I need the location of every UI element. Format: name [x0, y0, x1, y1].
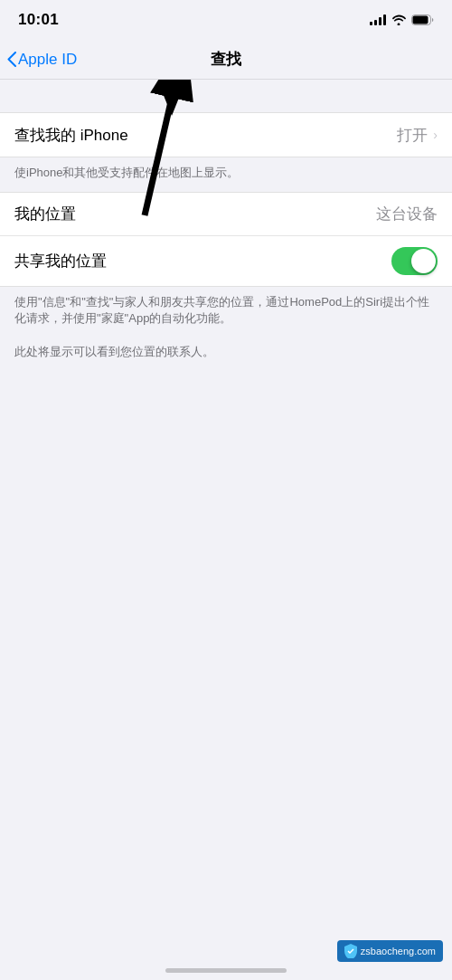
watermark-text: zsbaocheng.com: [361, 946, 436, 956]
back-label: Apple ID: [18, 51, 77, 69]
find-iphone-row[interactable]: 查找我的 iPhone 打开 ›: [0, 113, 452, 157]
watermark: zsbaocheng.com: [337, 940, 443, 962]
back-button[interactable]: Apple ID: [7, 51, 77, 69]
find-iphone-group: 查找我的 iPhone 打开 ›: [0, 112, 452, 157]
home-indicator: [165, 968, 287, 973]
find-iphone-description: 使iPhone和其他受支持配件在地图上显示。: [0, 157, 452, 192]
location-description: 使用"信息"和"查找"与家人和朋友共享您的位置，通过HomePod上的Siri提…: [0, 287, 452, 371]
battery-icon: [411, 14, 434, 25]
status-icons: [370, 14, 434, 25]
share-location-toggle[interactable]: [391, 247, 438, 275]
chevron-left-icon: [7, 52, 16, 67]
find-iphone-value: 打开 ›: [397, 125, 438, 146]
find-iphone-status: 打开: [397, 125, 428, 146]
toggle-knob: [411, 249, 436, 273]
page-title: 查找: [211, 49, 241, 70]
signal-icon: [370, 14, 386, 25]
my-location-label: 我的位置: [14, 204, 76, 224]
section-gap-1: [0, 80, 452, 112]
my-location-status: 这台设备: [376, 204, 438, 224]
my-location-value: 这台设备: [376, 204, 438, 224]
status-time: 10:01: [18, 11, 59, 29]
share-location-label: 共享我的位置: [14, 251, 107, 271]
nav-bar: Apple ID 查找: [0, 40, 452, 80]
find-iphone-label: 查找我的 iPhone: [14, 125, 128, 146]
location-group: 我的位置 这台设备 共享我的位置: [0, 192, 452, 287]
wifi-icon: [391, 14, 406, 25]
my-location-row[interactable]: 我的位置 这台设备: [0, 193, 452, 236]
status-bar: 10:01: [0, 0, 452, 40]
find-iphone-chevron: ›: [433, 128, 438, 142]
shield-icon: [344, 944, 357, 958]
svg-rect-1: [413, 16, 428, 24]
share-location-row[interactable]: 共享我的位置: [0, 236, 452, 286]
